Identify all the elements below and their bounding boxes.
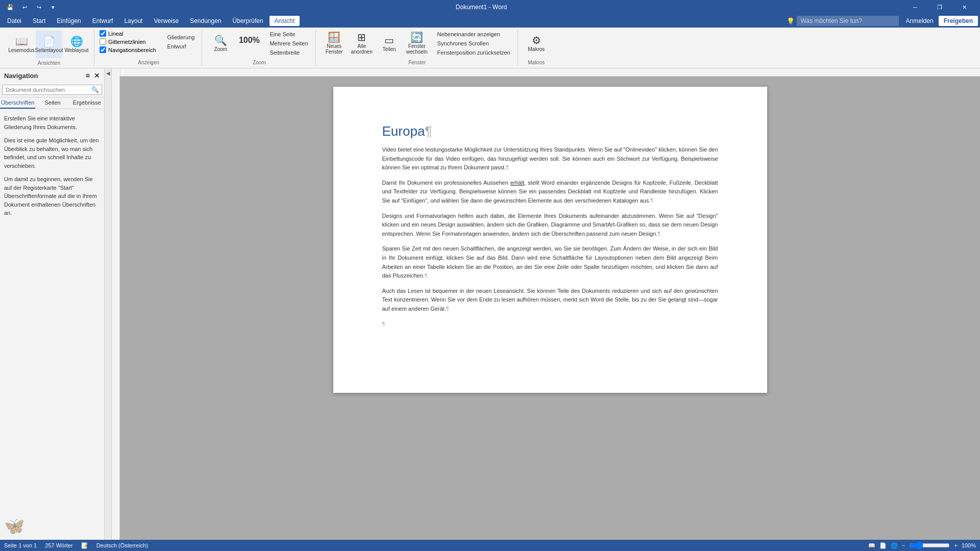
lesemodus-icon: 📖 (15, 36, 28, 46)
zoom-slider[interactable] (909, 541, 950, 549)
weblayout-button[interactable]: 🌐 Weblayout (63, 31, 90, 58)
ruler-container (112, 68, 980, 77)
menu-layout[interactable]: Layout (119, 16, 148, 26)
zoom-level: 100% (962, 542, 976, 548)
makros-icon: ⚙ (532, 35, 541, 45)
nav-close-icon[interactable]: ✕ (94, 71, 100, 80)
zoom-button[interactable]: 🔍 Zoom (207, 30, 234, 57)
gliederung-button[interactable]: Gliederung (164, 33, 198, 41)
document-scroll[interactable]: Europa¶ Video bietet eine leistungsstark… (120, 77, 980, 540)
gitterlinien-label: Gitternetzlinien (108, 39, 145, 45)
gitterlinien-checkbox-item: Gitternetzlinien (100, 38, 156, 45)
menu-ueberprufen[interactable]: Überprüfen (228, 16, 268, 26)
nav-menu-icon[interactable]: ≡ (86, 71, 90, 80)
fensterposition-button[interactable]: Fensterposition zurücksetzen (434, 48, 513, 57)
lineal-checkbox[interactable] (100, 30, 106, 37)
nav-search-input[interactable] (2, 85, 102, 95)
makros-button[interactable]: ⚙ Makros (523, 30, 550, 57)
doc-paragraph-5: Auch das Lesen ist bequemer in der neuen… (382, 287, 718, 314)
anmelden-button[interactable]: Anmelden (906, 17, 934, 24)
seitenlayout-button[interactable]: 📄 Seitenlayout (36, 31, 62, 58)
lineal-checkbox-item: Lineal (100, 30, 156, 37)
vertical-ruler (112, 77, 120, 540)
sidebar-toggle[interactable]: ◀ (105, 68, 112, 540)
ribbon-group-makros: ⚙ Makros Makros (519, 30, 554, 65)
menu-einfuegen[interactable]: Einfügen (52, 16, 86, 26)
redo-quick-btn[interactable]: ↪ (33, 1, 45, 13)
zoom-icon: 🔍 (214, 35, 227, 45)
navigation-panel: Navigation ≡ ✕ 🔍 Überschriften Seiten Er… (0, 68, 105, 540)
menu-verweise[interactable]: Verweise (149, 16, 184, 26)
navigation-content: Erstellen Sie eine interaktive Gliederun… (0, 109, 104, 512)
more-quick-btn[interactable]: ▾ (47, 1, 59, 13)
nav-logo-area: 🦋 (0, 512, 104, 540)
neues-fenster-button[interactable]: 🪟 Neues Fenster (321, 30, 348, 57)
doc-paragraph-2: Damit Ihr Dokument ein professionelles A… (382, 179, 718, 206)
seitenlayout-icon: 📄 (43, 36, 56, 46)
zoom-group-label: Zoom (207, 60, 311, 65)
ribbon-content: 📖 Lesemodus 📄 Seitenlayout 🌐 Weblayout A… (0, 28, 980, 68)
spell-check-icon[interactable]: 📝 (81, 542, 88, 549)
status-right: 📖 📄 🌐 − + 100% (868, 541, 976, 549)
ribbon-group-anzeigen: Lineal Gitternetzlinien Navigationsberei… (95, 30, 202, 65)
help-search-input[interactable] (797, 16, 899, 26)
doc-paragraph-4: Sparen Sie Zeit mit den neuen Schaltfläc… (382, 244, 718, 280)
quick-access-toolbar: 💾 ↩ ↪ ▾ (4, 1, 59, 13)
language-info[interactable]: Deutsch (Österreich) (96, 542, 148, 548)
synchron-button[interactable]: Synchrones Scrollen (434, 39, 513, 47)
fenster-main-buttons: 🪟 Neues Fenster ⊞ Alle anordnen ▭ Teilen… (321, 30, 430, 57)
nebeneinander-button[interactable]: Nebeneinander anzeigen (434, 30, 513, 38)
zoom-out-icon[interactable]: − (902, 542, 905, 548)
mehrere-seiten-button[interactable]: Mehrere Seiten (266, 39, 311, 47)
alle-anordnen-button[interactable]: ⊞ Alle anordnen (349, 30, 375, 57)
lesemodus-label: Lesemodus (8, 47, 35, 53)
read-mode-icon[interactable]: 📖 (868, 542, 875, 549)
erhaelt-word: erhält (510, 180, 525, 186)
ribbon-group-zoom: 🔍 Zoom 100% . Eine Seite Mehrere Seiten … (203, 30, 315, 65)
zoom100-button[interactable]: 100% . (236, 30, 262, 57)
document-page[interactable]: Europa¶ Video bietet eine leistungsstark… (333, 87, 767, 393)
save-quick-btn[interactable]: 💾 (4, 1, 16, 13)
navigation-header: Navigation ≡ ✕ (0, 68, 104, 83)
teilen-button[interactable]: ▭ Teilen (376, 30, 403, 57)
teilen-label: Teilen (383, 46, 396, 52)
page-info: Seite 1 von 1 (4, 542, 37, 548)
content-with-ruler: Europa¶ Video bietet eine leistungsstark… (112, 77, 980, 540)
navigationsbereich-checkbox[interactable] (100, 46, 106, 53)
menu-sendungen[interactable]: Sendungen (185, 16, 226, 26)
menu-datei[interactable]: Datei (2, 16, 27, 26)
ribbon-group-fenster: 🪟 Neues Fenster ⊞ Alle anordnen ▭ Teilen… (317, 30, 518, 65)
title-pilcrow: ¶ (425, 123, 432, 139)
print-layout-icon[interactable]: 📄 (879, 542, 887, 549)
teilen-icon: ▭ (384, 35, 394, 45)
nav-tab-ueberschriften[interactable]: Überschriften (0, 97, 35, 109)
menu-start[interactable]: Start (28, 16, 51, 26)
freigeben-button[interactable]: Freigeben (939, 16, 978, 26)
makros-group-label: Makros (523, 60, 550, 65)
eine-seite-button[interactable]: Eine Seite (266, 30, 311, 38)
ruler-spacer (112, 68, 120, 77)
nav-content-para-3: Um damit zu beginnen, wenden Sie auf der… (4, 175, 100, 217)
doc-paragraph-3: Designs und Formatvorlagen helfen auch d… (382, 212, 718, 239)
seitenbreite-button[interactable]: Seitenbreite (266, 48, 311, 57)
fenster-group-label: Fenster (321, 60, 513, 65)
nav-content-para-1: Erstellen Sie eine interaktive Gliederun… (4, 114, 100, 131)
menu-ansicht[interactable]: Ansicht (270, 16, 300, 26)
menu-entwurf[interactable]: Entwurf (87, 16, 118, 26)
minimize-button[interactable]: ─ (903, 0, 927, 14)
nav-tab-ergebnisse[interactable]: Ergebnisse (70, 97, 104, 109)
undo-quick-btn[interactable]: ↩ (18, 1, 31, 13)
ansichten-group-label: Ansichten (8, 60, 90, 66)
zoom-in-icon[interactable]: + (954, 542, 957, 548)
menu-bar: Datei Start Einfügen Entwurf Layout Verw… (0, 14, 980, 28)
lesemodus-button[interactable]: 📖 Lesemodus (8, 31, 35, 58)
nav-tab-seiten[interactable]: Seiten (35, 97, 69, 109)
fenster-wechseln-button[interactable]: 🔄 Fenster wechseln (404, 30, 430, 57)
web-layout-icon[interactable]: 🌐 (891, 542, 898, 549)
entwurf-button[interactable]: Entwurf (164, 42, 198, 51)
zoom100-icon: 100% (239, 36, 260, 44)
gitterlinien-checkbox[interactable] (100, 38, 106, 45)
close-button[interactable]: ✕ (952, 0, 976, 14)
anzeigen-checkboxes: Lineal Gitternetzlinien Navigationsberei… (100, 30, 156, 54)
restore-button[interactable]: ❐ (928, 0, 951, 14)
